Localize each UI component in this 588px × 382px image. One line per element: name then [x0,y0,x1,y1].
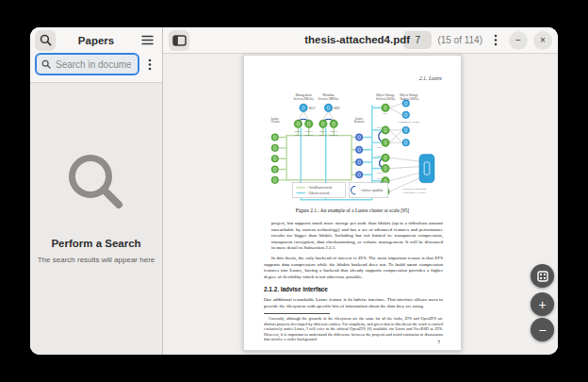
label-commodity-storage: Commodity Storage [399,120,421,124]
toggle-sidebar-button[interactable] [169,30,189,51]
large-search-icon [65,151,127,213]
document-search-row [30,53,162,75]
label-oss2: OSS 2 [377,127,384,130]
paragraph: In this thesis, the only backend of inte… [264,256,443,280]
zoom-out-button[interactable]: − [531,318,554,341]
label-mds2: MDS 2 [330,130,337,133]
papers-app-window: Papers [30,27,558,355]
lustre-cluster-figure: Management Servers (MGSs) Metadata Serve… [255,87,451,204]
svg-text:Routers: Routers [354,120,365,124]
pdf-page: 2.1. Lustre [243,55,462,351]
svg-text:Servers (MGSs): Servers (MGSs) [293,97,313,101]
empty-state-title: Perform a Search [51,238,140,249]
sidebar-header-area: Papers [30,27,162,83]
main-headerbar: thesis-attached4.pdf (15 of 114) − × [163,27,558,54]
label-mdt: MDT [334,107,340,110]
running-header: 2.1. Lustre [419,75,442,81]
document-view: thesis-attached4.pdf (15 of 114) − × 2.1… [163,27,558,355]
hamburger-menu-icon [141,35,154,45]
zoom-in-button[interactable]: + [531,292,554,316]
footnote: Currently, although the grounds of the f… [264,316,443,342]
app-title: Papers [59,35,133,46]
svg-text:(active): (active) [295,134,302,137]
kebab-menu-icon [148,58,152,71]
close-button[interactable]: × [533,31,552,50]
search-icon [40,34,52,46]
section-heading: 2.1.2. ladvise interface [264,286,328,292]
label-enterprise-storage: Enterprise-Class Storage [402,188,428,191]
page-count-label: (15 of 114) [437,35,482,45]
search-toggle-button[interactable] [35,30,56,51]
enterprise-storage-array [419,154,434,182]
page-footer-number: 7 [437,340,440,345]
label-mgs1: MGS 1 [295,130,302,133]
minimize-icon: − [515,36,521,45]
lustre-router-nodes [355,134,363,178]
infiniband-network-lines [279,128,356,180]
search-empty-state: Perform a Search The search results will… [30,83,162,355]
document-canvas[interactable]: 2.1. Lustre [163,54,558,355]
minimize-button[interactable]: − [509,31,528,50]
svg-text:Servers (OSSs): Servers (OSSs) [376,97,395,101]
diagram-column-headers: Management Servers (MGSs) Metadata Serve… [270,93,418,124]
svg-text:(standby): (standby) [304,134,313,137]
paragraph: project, but supports much more storage … [264,221,443,252]
zoom-out-icon: − [538,323,546,338]
search-sidebar: Papers [30,27,163,355]
document-menu-button[interactable] [488,30,503,51]
paragraph: One additional remarkable Lustre feature… [264,297,443,309]
zoom-fit-icon [537,271,548,282]
legend-failover: = failover capability [360,189,384,192]
svg-text:Clients: Clients [270,120,280,124]
ost-storage-nodes: Commodity Storage Enterprise-Class Stora… [399,100,434,194]
label-mds1: MDS 1 [319,130,327,133]
svg-text:(standby): (standby) [330,134,338,137]
zoom-fit-button[interactable] [531,264,554,288]
search-input[interactable] [54,58,133,71]
label-oss3: OSS 3 [377,146,384,149]
search-input-icon [41,59,51,69]
svg-text:Arrays and SAN Fabric: Arrays and SAN Fabric [402,191,426,194]
figure-caption: Figure 2.1.: An example of a Lustre clus… [244,208,461,213]
legend-infiniband: = InfiniBand network [307,186,333,190]
sidebar-headerbar: Papers [30,27,162,53]
sidebar-panel-icon [172,35,187,46]
label-oss1: OSS 1 [383,112,389,115]
zoom-in-icon: + [538,297,546,312]
label-oss5: OSS 5 [377,172,384,174]
label-mgt: MGT [309,107,316,110]
label-oss4: OSS 4 [377,155,384,158]
main-menu-button[interactable] [137,30,157,51]
label-oss6: OSS 6 [377,177,384,180]
empty-state-subtitle: The search results will appear here [38,256,155,264]
kebab-menu-icon [494,34,498,46]
document-title: thesis-attached4.pdf [304,27,410,53]
svg-text:Servers (MDSs): Servers (MDSs) [318,97,338,101]
svg-text:(active): (active) [319,134,326,137]
search-input-field[interactable] [35,53,139,75]
svg-text:Targets (OSTs): Targets (OSTs) [400,97,418,101]
diagram-legend: = InfiniBand network = Ethernet network … [293,183,388,198]
management-metadata-targets: MGT MDT [300,104,340,112]
footnote-rule [264,313,330,314]
desktop-background: Papers [0,0,588,382]
close-icon: × [540,36,546,45]
headerbar-right-cluster: (15 of 114) − × [403,30,552,51]
lustre-client-nodes [271,134,279,184]
label-mgs2: MGS 2 [305,130,313,133]
search-options-button[interactable] [142,54,157,75]
legend-ethernet: = Ethernet network [307,191,330,195]
